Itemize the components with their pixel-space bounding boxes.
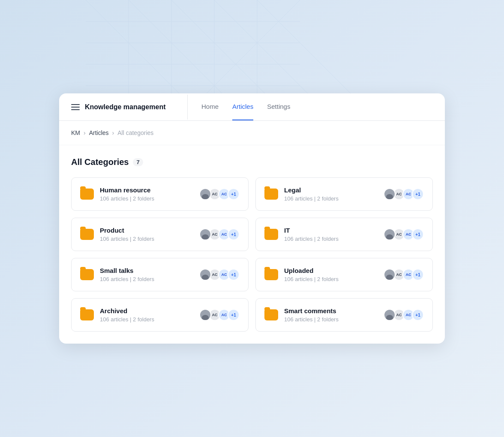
avatar-person-8 [384, 309, 396, 321]
category-meta-uploaded: 106 articles | 2 folders [284, 276, 384, 282]
nav-settings[interactable]: Settings [267, 93, 290, 120]
avatars-small-talks: AC AC +1 [199, 269, 240, 281]
avatars-human-resource: AC AC +1 [199, 188, 240, 200]
header-nav: Home Articles Settings [188, 93, 304, 120]
header-brand: Knowledge management [59, 95, 188, 120]
category-card-small-talks[interactable]: Small talks 106 articles | 2 folders AC … [71, 258, 249, 291]
category-name-uploaded: Uploaded [284, 267, 384, 274]
category-card-human-resource[interactable]: Human resource 106 articles | 2 folders … [71, 177, 249, 211]
category-meta-product: 106 articles | 2 folders [100, 236, 199, 242]
folder-icon-uploaded [264, 269, 278, 280]
category-meta-small-talks: 106 articles | 2 folders [100, 276, 199, 282]
avatar-plus-3: +1 [228, 228, 240, 240]
folder-icon-archived [80, 309, 94, 320]
category-card-legal[interactable]: Legal 106 articles | 2 folders AC AC +1 [255, 177, 433, 211]
avatar-plus-6: +1 [412, 269, 424, 281]
category-name-legal: Legal [284, 186, 384, 194]
category-card-uploaded[interactable]: Uploaded 106 articles | 2 folders AC AC … [255, 258, 433, 291]
breadcrumb-articles[interactable]: Articles [89, 129, 109, 136]
breadcrumb-sep-2: › [112, 129, 114, 136]
main-card: Knowledge management Home Articles Setti… [59, 93, 445, 344]
category-card-product[interactable]: Product 106 articles | 2 folders AC AC +… [71, 218, 249, 251]
avatar-plus-4: +1 [412, 228, 424, 240]
category-name-smart-comments: Smart comments [284, 307, 384, 314]
folder-icon-smart-comments [264, 309, 278, 320]
avatars-legal: AC AC +1 [384, 188, 424, 200]
category-meta-legal: 106 articles | 2 folders [284, 195, 384, 202]
avatar-person-6 [384, 269, 396, 281]
section-title: All Categories [71, 157, 129, 167]
avatar-person-7 [199, 309, 211, 321]
breadcrumb: KM › Articles › All categories [59, 121, 445, 145]
folder-icon-human-resource [80, 189, 94, 200]
brand-title: Knowledge management [85, 103, 165, 111]
category-info-small-talks: Small talks 106 articles | 2 folders [100, 267, 199, 282]
category-meta-it: 106 articles | 2 folders [284, 236, 384, 242]
avatar-person-3 [199, 228, 211, 240]
category-info-it: IT 106 articles | 2 folders [284, 227, 384, 242]
breadcrumb-sep-1: › [84, 129, 86, 136]
category-card-it[interactable]: IT 106 articles | 2 folders AC AC +1 [255, 218, 433, 251]
folder-icon-small-talks [80, 269, 94, 280]
category-name-it: IT [284, 227, 384, 234]
avatars-uploaded: AC AC +1 [384, 269, 424, 281]
category-name-human-resource: Human resource [100, 186, 199, 194]
section-header: All Categories 7 [71, 157, 433, 167]
category-name-product: Product [100, 227, 199, 234]
avatars-it: AC AC +1 [384, 228, 424, 240]
nav-articles[interactable]: Articles [232, 93, 253, 120]
category-info-legal: Legal 106 articles | 2 folders [284, 186, 384, 202]
breadcrumb-km[interactable]: KM [71, 129, 80, 136]
categories-grid: Human resource 106 articles | 2 folders … [71, 177, 433, 332]
folder-icon-legal [264, 189, 278, 200]
header: Knowledge management Home Articles Setti… [59, 93, 445, 121]
avatar-person-5 [199, 269, 211, 281]
avatar-person-2 [384, 188, 396, 200]
avatar-plus-7: +1 [228, 309, 240, 321]
category-name-small-talks: Small talks [100, 267, 199, 274]
category-meta-human-resource: 106 articles | 2 folders [100, 195, 199, 202]
avatars-smart-comments: AC AC +1 [384, 309, 424, 321]
category-info-smart-comments: Smart comments 106 articles | 2 folders [284, 307, 384, 323]
category-info-product: Product 106 articles | 2 folders [100, 227, 199, 242]
breadcrumb-all-categories: All categories [117, 129, 153, 136]
category-meta-smart-comments: 106 articles | 2 folders [284, 316, 384, 323]
hamburger-icon[interactable] [71, 104, 80, 110]
nav-home[interactable]: Home [201, 93, 219, 120]
category-meta-archived: 106 articles | 2 folders [100, 316, 199, 323]
avatar-plus-2: +1 [412, 188, 424, 200]
avatar-plus-8: +1 [412, 309, 424, 321]
avatar-plus-1: +1 [228, 188, 240, 200]
avatar-person-1 [199, 188, 211, 200]
category-info-archived: Archived 106 articles | 2 folders [100, 307, 199, 323]
avatar-person-4 [384, 228, 396, 240]
category-card-smart-comments[interactable]: Smart comments 106 articles | 2 folders … [255, 298, 433, 332]
avatars-archived: AC AC +1 [199, 309, 240, 321]
category-count-badge: 7 [133, 158, 143, 166]
category-card-archived[interactable]: Archived 106 articles | 2 folders AC AC … [71, 298, 249, 332]
avatars-product: AC AC +1 [199, 228, 240, 240]
category-info-uploaded: Uploaded 106 articles | 2 folders [284, 267, 384, 282]
category-info-human-resource: Human resource 106 articles | 2 folders [100, 186, 199, 202]
folder-icon-product [80, 229, 94, 240]
content: All Categories 7 Human resource 106 arti… [59, 145, 445, 344]
category-name-archived: Archived [100, 307, 199, 314]
folder-icon-it [264, 229, 278, 240]
avatar-plus-5: +1 [228, 269, 240, 281]
